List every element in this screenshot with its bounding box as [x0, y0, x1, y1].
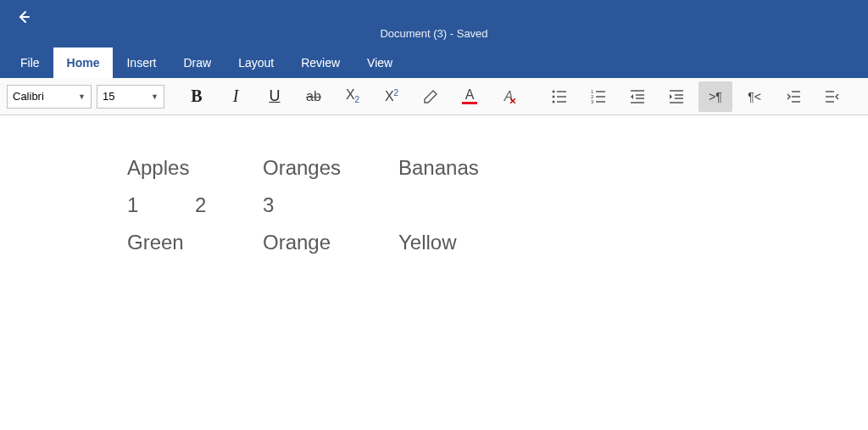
- subscript-button[interactable]: X2: [336, 81, 370, 112]
- superscript-button[interactable]: X2: [375, 81, 409, 112]
- underline-icon: U: [270, 87, 281, 105]
- svg-text:3: 3: [591, 99, 594, 104]
- italic-button[interactable]: I: [219, 81, 253, 112]
- text-cell: Apples: [127, 149, 263, 187]
- highlight-icon: [421, 87, 440, 106]
- align-ltr-button[interactable]: [776, 81, 810, 112]
- strikethrough-icon: ab: [306, 89, 321, 104]
- italic-icon: I: [233, 87, 239, 106]
- ltr-paragraph-icon: >¶: [709, 90, 722, 103]
- bullet-list-button[interactable]: [542, 81, 576, 112]
- bold-icon: B: [191, 87, 202, 106]
- underline-button[interactable]: U: [258, 81, 292, 112]
- back-arrow-icon: [17, 10, 31, 24]
- font-family-value: Calibri: [13, 90, 44, 103]
- font-size-combo[interactable]: 15 ▼: [97, 85, 164, 109]
- tab-home[interactable]: Home: [53, 47, 114, 78]
- align-rtl-button[interactable]: [815, 81, 849, 112]
- ltr-paragraph-button[interactable]: >¶: [698, 81, 732, 112]
- rtl-paragraph-button[interactable]: ¶<: [737, 81, 771, 112]
- numbered-list-icon: 1 2 3: [590, 88, 607, 105]
- document-content: Apples Oranges Bananas 1 2 3 Green Orang…: [127, 149, 534, 261]
- font-color-button[interactable]: A: [453, 81, 487, 112]
- svg-point-1: [553, 90, 555, 92]
- text-cell: [398, 187, 534, 224]
- font-size-value: 15: [103, 90, 114, 103]
- ribbon-tabs: File Home Insert Draw Layout Review View: [0, 47, 868, 78]
- tab-insert[interactable]: Insert: [113, 47, 170, 78]
- clear-formatting-button[interactable]: A: [492, 81, 526, 112]
- dropdown-caret-icon: ▼: [78, 92, 86, 101]
- svg-point-5: [553, 100, 555, 103]
- align-rtl-icon: [824, 88, 841, 105]
- toolbar: Calibri ▼ 15 ▼ B I U ab X2 X2 A A: [0, 78, 868, 115]
- font-color-icon: A: [462, 88, 477, 104]
- subscript-icon: X2: [346, 87, 359, 104]
- text-cell: 3: [263, 187, 398, 224]
- strikethrough-button[interactable]: ab: [297, 81, 331, 112]
- tab-review[interactable]: Review: [287, 47, 353, 78]
- rtl-paragraph-icon: ¶<: [748, 90, 761, 103]
- font-family-combo[interactable]: Calibri ▼: [7, 85, 92, 109]
- svg-point-3: [553, 95, 555, 98]
- text-cell: 1: [127, 187, 195, 224]
- tab-layout[interactable]: Layout: [225, 47, 287, 78]
- increase-indent-button[interactable]: [659, 81, 693, 112]
- text-cell: 2: [195, 187, 263, 224]
- tab-view[interactable]: View: [353, 47, 406, 78]
- document-title: Document (3) - Saved: [0, 27, 868, 40]
- tab-file[interactable]: File: [7, 47, 53, 78]
- text-cell: Bananas: [398, 149, 534, 187]
- text-cell: Orange: [263, 224, 398, 261]
- bullet-list-icon: [551, 88, 568, 105]
- text-cell: Oranges: [263, 149, 398, 187]
- increase-indent-icon: [668, 88, 685, 105]
- decrease-indent-button[interactable]: [620, 81, 654, 112]
- tab-draw[interactable]: Draw: [170, 47, 225, 78]
- align-ltr-icon: [785, 88, 802, 105]
- highlight-button[interactable]: [414, 81, 448, 112]
- title-bar: Document (3) - Saved: [0, 0, 868, 47]
- dropdown-caret-icon: ▼: [151, 92, 159, 101]
- superscript-icon: X2: [385, 88, 398, 104]
- numbered-list-button[interactable]: 1 2 3: [581, 81, 615, 112]
- text-cell: Yellow: [398, 224, 534, 261]
- document-canvas[interactable]: Apples Oranges Bananas 1 2 3 Green Orang…: [0, 115, 868, 261]
- bold-button[interactable]: B: [180, 81, 214, 112]
- text-cell: Green: [127, 224, 263, 261]
- decrease-indent-icon: [629, 88, 646, 105]
- clear-formatting-icon: A: [504, 89, 514, 104]
